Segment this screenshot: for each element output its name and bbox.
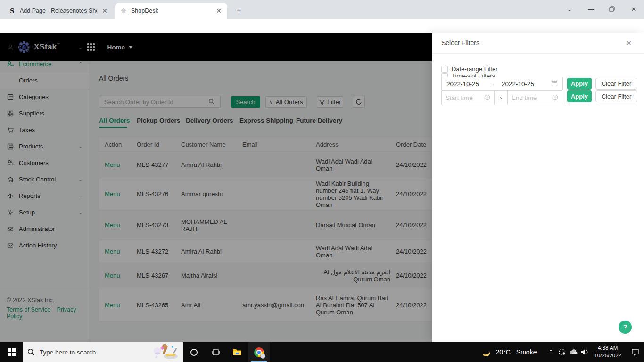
search-doodle-cooking-icon bbox=[152, 344, 180, 360]
tray-volume-icon[interactable] bbox=[579, 342, 590, 362]
tab-search-caret-icon[interactable]: ⌄ bbox=[559, 0, 580, 18]
clock-icon bbox=[484, 94, 490, 102]
taskbar-search-box[interactable] bbox=[23, 342, 183, 362]
date-range-filter-checkbox-row[interactable]: Date-range Filter bbox=[441, 66, 498, 73]
chevron-up-icon: ⌃ bbox=[548, 349, 553, 355]
task-view-icon bbox=[212, 348, 220, 356]
end-time-field[interactable] bbox=[512, 94, 545, 101]
windows-taskbar: 20°C Smoke ⌃ 4:38 AM 10/25/2022 bbox=[0, 342, 644, 362]
windows-logo-icon bbox=[8, 348, 16, 356]
browser-tab-shopdesk[interactable]: ❋ ShopDesk ✕ bbox=[115, 3, 227, 19]
tab-close-icon[interactable]: ✕ bbox=[215, 7, 223, 15]
folder-icon bbox=[232, 348, 242, 356]
cortana-circle-icon bbox=[190, 349, 198, 356]
time-slot-inputs: › bbox=[441, 90, 562, 105]
tab-close-icon[interactable]: ✕ bbox=[101, 7, 108, 15]
weather-desc: Smoke bbox=[516, 348, 537, 356]
shopdesk-favicon-icon: ❋ bbox=[120, 7, 127, 15]
panel-title: Select Filters bbox=[441, 39, 479, 47]
help-button[interactable]: ? bbox=[619, 321, 632, 334]
checkbox[interactable] bbox=[441, 66, 448, 73]
checkbox-label: Date-range Filter bbox=[452, 66, 498, 73]
taskbar-right: 20°C Smoke ⌃ 4:38 AM 10/25/2022 bbox=[481, 342, 644, 362]
moon-weather-icon bbox=[481, 347, 491, 357]
start-time-input[interactable] bbox=[441, 90, 495, 105]
clock-date: 10/25/2022 bbox=[594, 352, 621, 360]
window-minimize-button[interactable]: — bbox=[581, 0, 602, 18]
clear-date-filter-button[interactable]: Clear Filter bbox=[595, 78, 637, 90]
end-time-input[interactable] bbox=[507, 90, 562, 105]
browser-tab-releasenotes[interactable]: S Add Page - Releasenotes Shopde ✕ bbox=[4, 3, 113, 19]
panel-close-icon[interactable]: ✕ bbox=[624, 39, 634, 48]
apply-date-filter-button[interactable]: Apply bbox=[567, 78, 592, 90]
new-tab-button[interactable]: + bbox=[233, 5, 245, 17]
range-arrow-icon: → bbox=[489, 81, 495, 87]
chrome-profile-badge bbox=[260, 354, 265, 359]
clear-time-filter-button[interactable]: Clear Filter bbox=[595, 90, 637, 102]
select-filters-panel: Select Filters ✕ Date-range Filter Time-… bbox=[432, 33, 644, 342]
time-range-separator: › bbox=[494, 90, 508, 105]
taskbar-search-input[interactable] bbox=[40, 349, 134, 356]
tab-title: Add Page - Releasenotes Shopde bbox=[20, 8, 97, 14]
action-center-icon bbox=[631, 348, 639, 356]
modal-dim-overlay[interactable] bbox=[0, 33, 432, 342]
action-center-button[interactable] bbox=[626, 342, 644, 362]
chrome-taskbar-button[interactable] bbox=[248, 342, 270, 362]
search-icon bbox=[27, 348, 35, 356]
date-to-value[interactable]: 2022-10-25 bbox=[502, 81, 534, 88]
date-from-value[interactable]: 2022-10-25 bbox=[446, 81, 479, 88]
date-range-input[interactable]: 2022-10-25 → 2022-10-25 bbox=[441, 77, 563, 91]
panel-divider bbox=[432, 53, 644, 54]
start-time-field[interactable] bbox=[446, 94, 479, 101]
start-button[interactable] bbox=[0, 342, 23, 362]
cortana-button[interactable] bbox=[183, 342, 205, 362]
weather-temp: 20°C bbox=[496, 348, 511, 356]
taskbar-weather[interactable]: 20°C Smoke bbox=[481, 347, 537, 357]
tray-onedrive-icon[interactable] bbox=[568, 342, 579, 362]
window-close-button[interactable]: ✕ bbox=[623, 0, 644, 18]
task-view-button[interactable] bbox=[205, 342, 226, 362]
taskbar-clock[interactable]: 4:38 AM 10/25/2022 bbox=[594, 345, 621, 359]
tab-title: ShopDesk bbox=[131, 8, 211, 14]
window-restore-button[interactable] bbox=[602, 0, 622, 18]
tray-cast-icon[interactable] bbox=[556, 342, 568, 362]
restore-icon bbox=[609, 6, 615, 12]
clock-icon bbox=[552, 94, 558, 102]
file-explorer-button[interactable] bbox=[226, 342, 248, 362]
screen: S Add Page - Releasenotes Shopde ✕ ❋ Sho… bbox=[0, 0, 644, 362]
tray-expand-chevron[interactable]: ⌃ bbox=[545, 342, 556, 362]
browser-tabstrip: S Add Page - Releasenotes Shopde ✕ ❋ Sho… bbox=[0, 0, 644, 19]
calendar-icon bbox=[551, 80, 558, 88]
apply-time-filter-button[interactable]: Apply bbox=[567, 90, 592, 102]
clock-time: 4:38 AM bbox=[594, 345, 621, 352]
releasenotes-favicon-icon: S bbox=[8, 7, 16, 15]
browser-navbar: https://xap.xstak.com/shopdesk/ecommerce… bbox=[0, 19, 644, 33]
